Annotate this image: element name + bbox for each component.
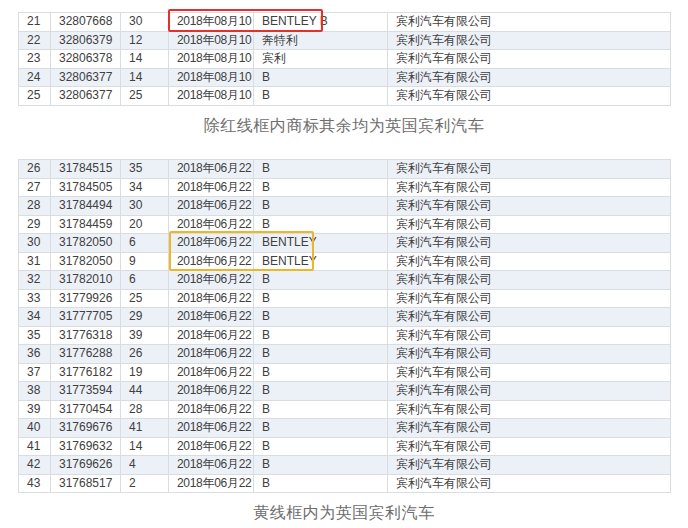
registration-number-link[interactable]: 31776318 bbox=[51, 326, 121, 345]
trademark-name-link[interactable]: B bbox=[254, 474, 388, 493]
trademark-name-link[interactable]: B bbox=[254, 326, 388, 345]
trademark-name-link[interactable]: B bbox=[254, 456, 388, 475]
row-number-cell: 21 bbox=[19, 13, 51, 32]
class-number-cell: 6 bbox=[121, 271, 169, 290]
table-row: 36 31776288 26 2018年06月22日 B 宾利汽车有限公司 bbox=[19, 345, 671, 364]
applicant-company-cell: 宾利汽车有限公司 bbox=[388, 234, 671, 253]
table-row: 27 31784505 34 2018年06月22日 B 宾利汽车有限公司 bbox=[19, 178, 671, 197]
table-row: 28 31784494 30 2018年06月22日 B 宾利汽车有限公司 bbox=[19, 197, 671, 216]
table-body: 21 32807668 30 2018年08月10日 BENTLEY B 宾利汽… bbox=[19, 13, 671, 106]
application-date-cell: 2018年06月22日 bbox=[169, 160, 254, 179]
applicant-company-cell: 宾利汽车有限公司 bbox=[388, 345, 671, 364]
table-row: 33 31779926 25 2018年06月22日 B 宾利汽车有限公司 bbox=[19, 289, 671, 308]
registration-number-link[interactable]: 31769626 bbox=[51, 456, 121, 475]
class-number-cell: 6 bbox=[121, 234, 169, 253]
trademark-name-link[interactable]: B bbox=[254, 87, 388, 106]
registration-number-link[interactable]: 31782050 bbox=[51, 234, 121, 253]
table-row: 24 32806377 14 2018年08月10日 B 宾利汽车有限公司 bbox=[19, 68, 671, 87]
row-number-cell: 41 bbox=[19, 437, 51, 456]
table-row: 29 31784459 20 2018年06月22日 B 宾利汽车有限公司 bbox=[19, 215, 671, 234]
application-date-cell: 2018年06月22日 bbox=[169, 178, 254, 197]
row-number-cell: 29 bbox=[19, 215, 51, 234]
trademark-name-link[interactable]: BENTLEY B bbox=[254, 13, 388, 32]
applicant-company-cell: 宾利汽车有限公司 bbox=[388, 68, 671, 87]
row-number-cell: 22 bbox=[19, 31, 51, 50]
trademark-name-link[interactable]: B bbox=[254, 289, 388, 308]
application-date-cell: 2018年06月22日 bbox=[169, 252, 254, 271]
registration-number-link[interactable]: 31784505 bbox=[51, 178, 121, 197]
trademark-name-link[interactable]: B bbox=[254, 215, 388, 234]
application-date-cell: 2018年06月22日 bbox=[169, 326, 254, 345]
class-number-cell: 14 bbox=[121, 437, 169, 456]
trademark-name-link[interactable]: B bbox=[254, 345, 388, 364]
trademark-name-link[interactable]: B bbox=[254, 308, 388, 327]
trademark-name-link[interactable]: 宾利 bbox=[254, 50, 388, 69]
registration-number-link[interactable]: 31776182 bbox=[51, 363, 121, 382]
registration-number-link[interactable]: 32806379 bbox=[51, 31, 121, 50]
trademark-results-page: 21 32807668 30 2018年08月10日 BENTLEY B 宾利汽… bbox=[0, 0, 688, 528]
table-row: 32 31782010 6 2018年06月22日 B 宾利汽车有限公司 bbox=[19, 271, 671, 290]
table-row: 35 31776318 39 2018年06月22日 B 宾利汽车有限公司 bbox=[19, 326, 671, 345]
trademark-name-link[interactable]: B bbox=[254, 437, 388, 456]
registration-number-link[interactable]: 31773594 bbox=[51, 382, 121, 401]
registration-number-link[interactable]: 31784459 bbox=[51, 215, 121, 234]
table-row: 42 31769626 4 2018年06月22日 B 宾利汽车有限公司 bbox=[19, 456, 671, 475]
registration-number-link[interactable]: 32806377 bbox=[51, 87, 121, 106]
trademark-name-link[interactable]: BENTLEY bbox=[254, 252, 388, 271]
applicant-company-cell: 宾利汽车有限公司 bbox=[388, 289, 671, 308]
class-number-cell: 26 bbox=[121, 345, 169, 364]
table-row: 38 31773594 44 2018年06月22日 B 宾利汽车有限公司 bbox=[19, 382, 671, 401]
registration-number-link[interactable]: 31777705 bbox=[51, 308, 121, 327]
trademark-name-link[interactable]: B bbox=[254, 382, 388, 401]
application-date-cell: 2018年08月10日 bbox=[169, 13, 254, 32]
trademark-name-link[interactable]: B bbox=[254, 363, 388, 382]
trademark-name-link[interactable]: B bbox=[254, 271, 388, 290]
trademark-name-link[interactable]: BENTLEY bbox=[254, 234, 388, 253]
row-number-cell: 33 bbox=[19, 289, 51, 308]
caption-red-note: 除红线框内商标其余均为英国宾利汽车 bbox=[0, 116, 688, 137]
registration-number-link[interactable]: 31782050 bbox=[51, 252, 121, 271]
trademark-name-link[interactable]: B bbox=[254, 400, 388, 419]
application-date-cell: 2018年06月22日 bbox=[169, 197, 254, 216]
registration-number-link[interactable]: 31768517 bbox=[51, 474, 121, 493]
trademark-name-link[interactable]: B bbox=[254, 178, 388, 197]
class-number-cell: 14 bbox=[121, 68, 169, 87]
table-row: 40 31769676 41 2018年06月22日 B 宾利汽车有限公司 bbox=[19, 419, 671, 438]
registration-number-link[interactable]: 31769676 bbox=[51, 419, 121, 438]
registration-number-link[interactable]: 31784494 bbox=[51, 197, 121, 216]
trademark-name-link[interactable]: B bbox=[254, 419, 388, 438]
class-number-cell: 44 bbox=[121, 382, 169, 401]
trademark-name-link[interactable]: B bbox=[254, 160, 388, 179]
application-date-cell: 2018年06月22日 bbox=[169, 437, 254, 456]
registration-number-link[interactable]: 32806377 bbox=[51, 68, 121, 87]
registration-number-link[interactable]: 31776288 bbox=[51, 345, 121, 364]
trademark-name-link[interactable]: 奔特利 bbox=[254, 31, 388, 50]
registration-number-link[interactable]: 31769632 bbox=[51, 437, 121, 456]
registration-number-link[interactable]: 32807668 bbox=[51, 13, 121, 32]
application-date-cell: 2018年06月22日 bbox=[169, 474, 254, 493]
row-number-cell: 31 bbox=[19, 252, 51, 271]
trademark-name-link[interactable]: B bbox=[254, 68, 388, 87]
class-number-cell: 41 bbox=[121, 419, 169, 438]
application-date-cell: 2018年08月10日 bbox=[169, 68, 254, 87]
row-number-cell: 32 bbox=[19, 271, 51, 290]
registration-number-link[interactable]: 31782010 bbox=[51, 271, 121, 290]
application-date-cell: 2018年06月22日 bbox=[169, 456, 254, 475]
trademark-table-upper: 21 32807668 30 2018年08月10日 BENTLEY B 宾利汽… bbox=[18, 12, 671, 106]
applicant-company-cell: 宾利汽车有限公司 bbox=[388, 437, 671, 456]
class-number-cell: 14 bbox=[121, 50, 169, 69]
registration-number-link[interactable]: 32806378 bbox=[51, 50, 121, 69]
row-number-cell: 40 bbox=[19, 419, 51, 438]
trademark-name-link[interactable]: B bbox=[254, 197, 388, 216]
application-date-cell: 2018年06月22日 bbox=[169, 234, 254, 253]
class-number-cell: 30 bbox=[121, 197, 169, 216]
registration-number-link[interactable]: 31779926 bbox=[51, 289, 121, 308]
applicant-company-cell: 宾利汽车有限公司 bbox=[388, 13, 671, 32]
class-number-cell: 12 bbox=[121, 31, 169, 50]
applicant-company-cell: 宾利汽车有限公司 bbox=[388, 419, 671, 438]
registration-number-link[interactable]: 31784515 bbox=[51, 160, 121, 179]
registration-number-link[interactable]: 31770454 bbox=[51, 400, 121, 419]
applicant-company-cell: 宾利汽车有限公司 bbox=[388, 308, 671, 327]
applicant-company-cell: 宾利汽车有限公司 bbox=[388, 197, 671, 216]
table-row: 26 31784515 35 2018年06月22日 B 宾利汽车有限公司 bbox=[19, 160, 671, 179]
